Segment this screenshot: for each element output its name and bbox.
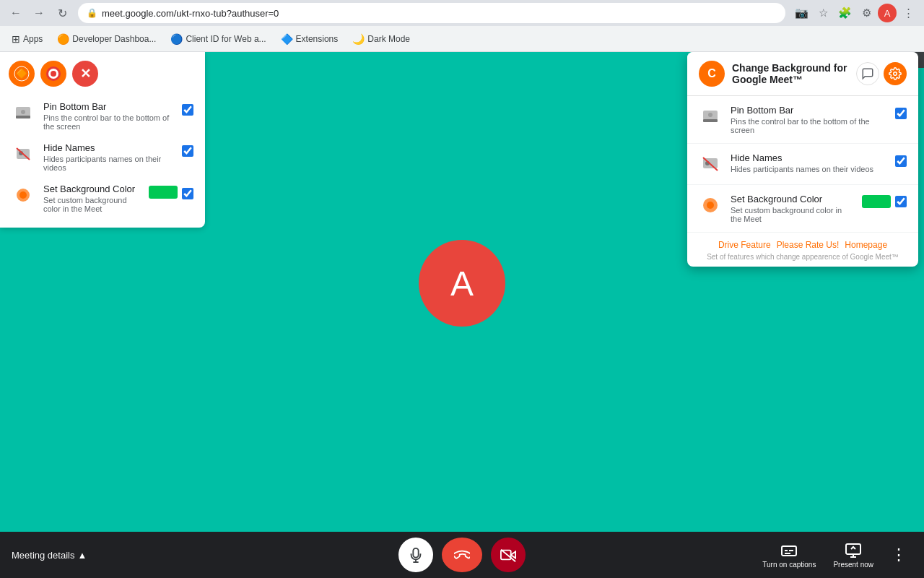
pin-bottom-bar-title: Pin Bottom Bar [43, 101, 173, 112]
right-hide-names-title: Hide Names [731, 152, 886, 163]
pin-bottom-bar-checkbox[interactable] [182, 104, 193, 116]
pin-bottom-bar-desc: Pins the control bar to the bottom of th… [43, 113, 173, 131]
please-rate-us-link[interactable]: Please Rate Us! [777, 240, 840, 250]
svg-marker-26 [511, 551, 515, 558]
developer-label: Developer Dashboa... [72, 34, 156, 44]
bookmark-dark-mode[interactable]: 🌙 Dark Mode [346, 30, 416, 48]
address-text: meet.google.com/ukt-rnxo-tub?authuser=0 [102, 8, 777, 19]
pin-bottom-bar-content: Pin Bottom Bar Pins the control bar to t… [43, 101, 173, 131]
svg-rect-17 [703, 119, 718, 122]
right-panel: C Change Background for Google Meet™ [687, 52, 918, 267]
bookmark-icon[interactable]: ☆ [813, 3, 833, 23]
extensions-bookmark-icon: 🔷 [281, 33, 293, 45]
svg-point-23 [707, 202, 714, 209]
bookmark-developer-dashboard[interactable]: 🟠 Developer Dashboa... [51, 30, 162, 48]
bookmark-apps[interactable]: ⊞ Apps [6, 30, 48, 48]
address-bar[interactable]: 🔒 meet.google.com/ukt-rnxo-tub?authuser=… [78, 3, 785, 23]
right-hide-names-desc: Hides participants names on their videos [731, 165, 886, 173]
right-color-swatch[interactable] [862, 195, 891, 208]
svg-rect-6 [16, 116, 30, 118]
extensions-icon[interactable]: 🧩 [834, 3, 855, 23]
present-now-button[interactable]: Present now [827, 539, 879, 571]
bottom-right-controls: Turn on captions Present now ⋮ [757, 539, 912, 571]
svg-rect-33 [846, 544, 860, 554]
lock-icon: 🔒 [87, 8, 97, 18]
chat-action-button[interactable] [856, 62, 879, 85]
svg-text:🔶: 🔶 [16, 67, 28, 79]
ext-icon-1[interactable]: 🔶 [9, 61, 35, 87]
right-hide-names-icon [699, 152, 722, 176]
svg-point-12 [19, 191, 27, 199]
right-panel-item-hide-names: Hide Names Hides participants names on t… [687, 144, 918, 185]
set-background-color-title: Set Background Color [43, 184, 140, 194]
captions-label: Turn on captions [762, 561, 816, 569]
right-pin-icon [699, 105, 722, 128]
hide-names-title: Hide Names [43, 142, 173, 153]
extension-icons-row: 📷 ☆ 🧩 ⚙ A ⋮ [791, 3, 918, 23]
right-bg-color-icon [699, 194, 722, 217]
profile-settings-icon[interactable]: ⚙ [856, 3, 876, 23]
client-label: Client ID for Web a... [186, 34, 266, 44]
footer-desc: Set of features which change appearence … [699, 253, 907, 261]
drive-feature-link[interactable]: Drive Feature [718, 240, 771, 250]
panel-icons-row: 🔶 ✕ [0, 61, 205, 95]
back-button[interactable]: ← [6, 3, 26, 23]
title-bar: ← → ↻ 🔒 meet.google.com/ukt-rnxo-tub?aut… [0, 0, 924, 26]
user-letter: A [450, 264, 474, 303]
settings-action-button[interactable] [884, 62, 907, 85]
meeting-details-chevron: ▲ [77, 550, 87, 561]
screen-capture-icon[interactable]: 📷 [791, 3, 811, 23]
ext-icon-2[interactable] [40, 61, 66, 87]
right-hide-names-content: Hide Names Hides participants names on t… [731, 152, 886, 173]
present-label: Present now [833, 561, 873, 569]
left-panel: 🔶 ✕ [0, 52, 205, 228]
right-panel-footer: Drive Feature Please Rate Us! Homepage S… [687, 233, 918, 267]
end-call-button[interactable] [442, 538, 482, 572]
more-options-button[interactable]: ⋮ [885, 543, 912, 567]
color-swatch-left[interactable] [149, 186, 178, 199]
apps-grid-icon: ⊞ [12, 33, 20, 45]
hide-names-content: Hide Names Hides participants names on t… [43, 142, 173, 172]
more-options-icon: ⋮ [891, 545, 907, 564]
ext-logo-icon: C [699, 61, 725, 87]
captions-button[interactable]: Turn on captions [757, 539, 821, 571]
reload-button[interactable]: ↻ [52, 3, 72, 23]
set-background-color-content: Set Background Color Set custom backgrou… [43, 184, 140, 213]
svg-point-4 [51, 71, 56, 77]
profile-avatar[interactable]: A [878, 4, 897, 22]
right-pin-checkbox[interactable] [895, 108, 907, 119]
right-bg-color-content: Set Background Color Set custom backgrou… [731, 194, 853, 223]
set-background-color-desc: Set custom background color in the Meet [43, 196, 140, 213]
right-panel-item-pin-bottom-bar: Pin Bottom Bar Pins the control bar to t… [687, 96, 918, 144]
set-background-color-icon [12, 184, 35, 207]
bookmarks-bar: ⊞ Apps 🟠 Developer Dashboa... 🔵 Client I… [0, 26, 924, 52]
panel-item-pin-bottom-bar: Pin Bottom Bar Pins the control bar to t… [0, 95, 205, 137]
hide-names-desc: Hides participants names on their videos [43, 155, 173, 172]
right-hide-names-checkbox[interactable] [895, 155, 907, 167]
bottom-controls [398, 538, 526, 572]
right-bg-color-checkbox[interactable] [895, 196, 907, 207]
bookmark-client-id[interactable]: 🔵 Client ID for Web a... [165, 30, 271, 48]
client-icon: 🔵 [170, 33, 183, 45]
pin-bottom-bar-icon [12, 101, 35, 124]
mic-button[interactable] [398, 538, 433, 572]
meeting-details[interactable]: Meeting details ▲ [12, 550, 87, 561]
hide-names-checkbox[interactable] [182, 145, 193, 157]
ext-icon-3[interactable]: ✕ [72, 61, 98, 87]
right-pin-content: Pin Bottom Bar Pins the control bar to t… [731, 105, 886, 134]
meeting-details-label: Meeting details [12, 550, 74, 561]
bottom-bar: Meeting details ▲ [0, 532, 924, 578]
right-pin-title: Pin Bottom Bar [731, 105, 886, 116]
right-panel-header: C Change Background for Google Meet™ [687, 52, 918, 96]
right-panel-item-set-background-color: Set Background Color Set custom backgrou… [687, 185, 918, 233]
forward-button[interactable]: → [29, 3, 49, 23]
svg-point-15 [894, 72, 897, 76]
bookmark-extensions[interactable]: 🔷 Extensions [275, 30, 344, 48]
apps-label: Apps [23, 34, 43, 44]
dark-mode-icon: 🌙 [352, 33, 365, 45]
ext-title: Change Background for Google Meet™ [732, 62, 849, 85]
homepage-link[interactable]: Homepage [845, 240, 887, 250]
camera-button[interactable] [491, 538, 526, 572]
more-menu-icon[interactable]: ⋮ [898, 3, 918, 23]
set-background-color-checkbox[interactable] [182, 188, 193, 199]
